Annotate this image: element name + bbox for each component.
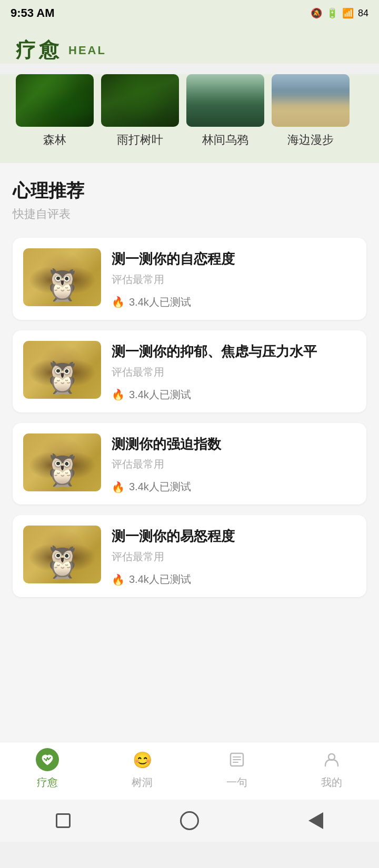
nav-item-quote[interactable]: 一句: [216, 748, 258, 790]
test-card-anger-stats: 🔥 3.4k人已测试: [112, 572, 356, 587]
back-button[interactable]: [303, 808, 329, 834]
psych-section-subtitle: 快捷自评表: [13, 206, 366, 222]
owl-image-4: [23, 526, 101, 583]
nature-card-crow[interactable]: 林间乌鸦: [186, 74, 264, 148]
test-card-narcissism-tag: 评估最常用: [112, 272, 356, 287]
quote-nav-icon: [225, 748, 248, 771]
owl-image-1: [23, 248, 101, 306]
test-card-narcissism-info: 测一测你的自恋程度 评估最常用 🔥 3.4k人已测试: [112, 248, 356, 309]
test-card-ocd[interactable]: 测测你的强迫指数 评估最常用 🔥 3.4k人已测试: [13, 423, 366, 505]
sea-image-visual: [272, 74, 350, 127]
app-logo-chinese: 疗愈: [16, 37, 62, 64]
rain-image-visual: [101, 74, 179, 127]
test-card-anger-title: 测一测你的易怒程度: [112, 528, 356, 546]
fire-icon-3: 🔥: [112, 481, 125, 493]
nature-card-forest[interactable]: 森林: [16, 74, 94, 148]
test-card-narcissism-count: 3.4k人已测试: [129, 295, 191, 309]
heal-nav-label: 疗愈: [37, 775, 58, 790]
status-time: 9:53 AM: [11, 6, 55, 20]
nature-card-crow-image[interactable]: [186, 74, 264, 127]
nature-cards-list[interactable]: 森林 雨打树叶 林间乌鸦 海边漫步: [16, 74, 363, 150]
test-card-anxiety-title: 测一测你的抑郁、焦虑与压力水平: [112, 343, 356, 361]
mine-nav-label: 我的: [321, 775, 342, 790]
app-logo-english: HEAL: [68, 44, 106, 57]
test-card-anger-image: [23, 526, 101, 583]
header-section: 疗愈 HEAL: [0, 26, 379, 64]
nature-card-forest-image[interactable]: [16, 74, 94, 127]
note-icon: [228, 751, 245, 768]
test-card-ocd-image: [23, 433, 101, 491]
test-card-ocd-stats: 🔥 3.4k人已测试: [112, 480, 356, 494]
main-content: 心理推荐 快捷自评表 测一测你的自恋程度 评估最常用 🔥 3.4k人已测试 测一…: [0, 163, 379, 742]
nature-card-sea-image[interactable]: [272, 74, 350, 127]
nature-card-sea[interactable]: 海边漫步: [272, 74, 350, 148]
owl-image-3: [23, 433, 101, 491]
app-logo: 疗愈 HEAL: [16, 37, 363, 64]
back-icon: [308, 812, 323, 829]
heal-nav-icon: [36, 748, 59, 771]
recent-apps-button[interactable]: [50, 808, 76, 834]
nature-card-crow-label: 林间乌鸦: [202, 132, 248, 148]
owl-image-2: [23, 341, 101, 399]
fire-icon-4: 🔥: [112, 573, 125, 586]
heart-icon: [40, 752, 55, 767]
test-card-anxiety[interactable]: 测一测你的抑郁、焦虑与压力水平 评估最常用 🔥 3.4k人已测试: [13, 330, 366, 412]
user-icon: [323, 751, 340, 768]
nature-cards-section: 森林 雨打树叶 林间乌鸦 海边漫步: [0, 74, 379, 163]
home-button[interactable]: [176, 808, 203, 834]
status-icons: 🔕 🔋 📶 84: [311, 7, 368, 19]
test-card-ocd-title: 测测你的强迫指数: [112, 436, 356, 453]
home-icon: [180, 811, 199, 830]
battery-level: 84: [358, 8, 368, 19]
wifi-icon: 📶: [342, 7, 354, 19]
test-card-narcissism-stats: 🔥 3.4k人已测试: [112, 295, 356, 309]
nav-item-mine[interactable]: 我的: [311, 748, 353, 790]
mine-nav-icon: [320, 748, 343, 771]
test-card-anxiety-info: 测一测你的抑郁、焦虑与压力水平 评估最常用 🔥 3.4k人已测试: [112, 341, 356, 402]
tree-nav-icon: 😊: [131, 748, 154, 771]
test-card-narcissism-image: [23, 248, 101, 306]
test-card-anger-tag: 评估最常用: [112, 550, 356, 564]
test-card-anger[interactable]: 测一测你的易怒程度 评估最常用 🔥 3.4k人已测试: [13, 515, 366, 597]
system-nav: [0, 800, 379, 842]
nature-card-sea-label: 海边漫步: [287, 132, 334, 148]
nav-item-tree[interactable]: 😊 树洞: [121, 748, 163, 790]
test-card-narcissism-title: 测一测你的自恋程度: [112, 250, 356, 268]
tree-nav-label: 树洞: [132, 775, 153, 790]
test-card-narcissism[interactable]: 测一测你的自恋程度 评估最常用 🔥 3.4k人已测试: [13, 238, 366, 320]
forest-image-visual: [16, 74, 94, 127]
test-card-anger-info: 测一测你的易怒程度 评估最常用 🔥 3.4k人已测试: [112, 526, 356, 587]
bottom-nav: 疗愈 😊 树洞 一句 我的: [0, 742, 379, 800]
battery-icon: 🔋: [326, 7, 338, 19]
crow-image-visual: [186, 74, 264, 127]
mute-icon: 🔕: [311, 7, 322, 19]
quote-nav-label: 一句: [226, 775, 247, 790]
status-bar: 9:53 AM 🔕 🔋 📶 84: [0, 0, 379, 26]
nav-item-heal[interactable]: 疗愈: [26, 748, 68, 790]
nature-card-forest-label: 森林: [43, 132, 66, 148]
recent-icon: [56, 813, 71, 828]
fire-icon-1: 🔥: [112, 296, 125, 308]
nature-card-rain[interactable]: 雨打树叶: [101, 74, 179, 148]
fire-icon-2: 🔥: [112, 388, 125, 401]
test-card-anger-count: 3.4k人已测试: [129, 572, 191, 587]
psych-section-title: 心理推荐: [13, 179, 366, 203]
test-card-ocd-count: 3.4k人已测试: [129, 480, 191, 494]
test-card-anxiety-stats: 🔥 3.4k人已测试: [112, 388, 356, 402]
test-card-ocd-info: 测测你的强迫指数 评估最常用 🔥 3.4k人已测试: [112, 433, 356, 494]
test-card-ocd-tag: 评估最常用: [112, 457, 356, 471]
test-card-anxiety-tag: 评估最常用: [112, 365, 356, 379]
test-card-anxiety-image: [23, 341, 101, 399]
nature-card-rain-image[interactable]: [101, 74, 179, 127]
nature-card-rain-label: 雨打树叶: [117, 132, 163, 148]
test-card-anxiety-count: 3.4k人已测试: [129, 388, 191, 402]
